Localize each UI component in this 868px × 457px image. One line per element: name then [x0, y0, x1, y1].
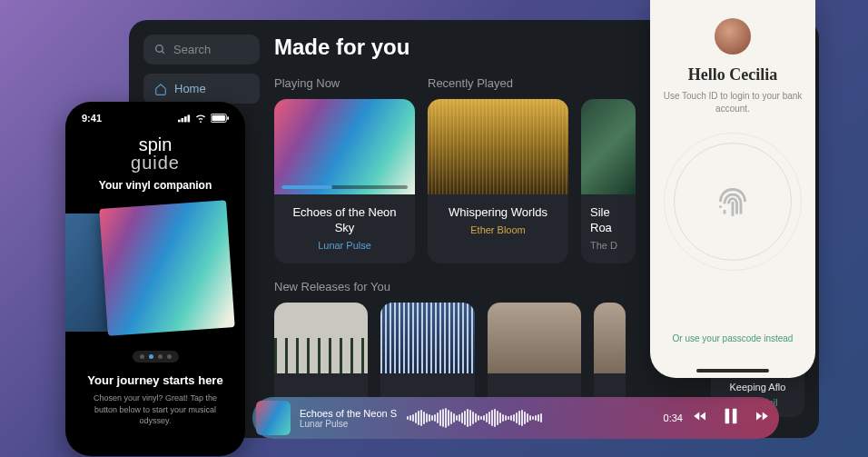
- album-art: [594, 303, 626, 373]
- forward-icon: [754, 408, 770, 424]
- search-placeholder: Search: [173, 43, 211, 56]
- track-title: Whispering Worlds: [437, 205, 559, 221]
- page-dots[interactable]: [133, 351, 179, 363]
- home-icon: [154, 83, 167, 95]
- prev-button[interactable]: [692, 408, 708, 428]
- rewind-icon: [692, 408, 708, 424]
- svg-rect-5: [182, 118, 184, 122]
- avatar[interactable]: [715, 18, 751, 55]
- track-title: Echoes of the Neon Sky: [283, 205, 406, 236]
- svg-rect-4: [178, 120, 181, 123]
- pause-icon: [721, 406, 741, 426]
- album-front: [99, 200, 234, 335]
- status-time: 9:41: [82, 113, 102, 124]
- card-playing-now[interactable]: Echoes of the Neon Sky Lunar Pulse: [274, 99, 415, 263]
- track-artist: The D: [590, 240, 626, 251]
- svg-rect-7: [188, 115, 191, 123]
- track-artist: Lunar Pulse: [283, 240, 406, 251]
- phone-spinguide: 9:41 spinguide Your vinyl companion Your…: [65, 102, 245, 456]
- fingerprint-icon: [708, 177, 757, 226]
- player-time: 0:34: [664, 412, 683, 423]
- brand-logo: spinguide: [76, 136, 234, 174]
- onboarding-subtitle: Chosen your vinyl? Great! Tap the button…: [76, 392, 234, 427]
- svg-rect-6: [184, 116, 187, 122]
- signal-icon: [178, 114, 191, 123]
- home-indicator[interactable]: [696, 369, 769, 373]
- search-input[interactable]: Search: [143, 35, 260, 65]
- onboarding-title: Your journey starts here: [76, 373, 234, 387]
- tagline: Your vinyl companion: [76, 179, 234, 192]
- phone-banking: Hello Cecilia Use Touch ID to login to y…: [650, 0, 815, 378]
- progress-bar[interactable]: [281, 185, 408, 189]
- now-playing-bar: Echoes of the Neon S Lunar Pulse 0:34: [252, 397, 779, 439]
- fingerprint-button[interactable]: [674, 143, 792, 261]
- player-track-artist: Lunar Pulse: [300, 419, 398, 429]
- nav-home[interactable]: Home: [143, 74, 260, 104]
- passcode-link[interactable]: Or use your passcode instead: [673, 333, 794, 343]
- svg-rect-2: [725, 409, 730, 424]
- search-icon: [154, 44, 166, 55]
- track-title: Sile: [590, 205, 626, 221]
- pause-button[interactable]: [721, 406, 741, 430]
- svg-rect-10: [227, 116, 229, 120]
- track-title-2: Roa: [590, 221, 626, 236]
- card-recent-1[interactable]: Whispering Worlds Ether Bloom: [428, 99, 568, 263]
- player-track-title: Echoes of the Neon S: [300, 408, 398, 419]
- album-art: [581, 99, 636, 194]
- svg-rect-9: [212, 115, 225, 121]
- album-art: [274, 303, 368, 373]
- next-button[interactable]: [754, 408, 770, 428]
- section-recently-played-label: Recently Played: [428, 76, 636, 90]
- section-playing-now-label: Playing Now: [274, 76, 415, 90]
- waveform-scrubber[interactable]: [407, 407, 655, 429]
- player-album-art[interactable]: [256, 401, 291, 435]
- svg-line-1: [162, 51, 164, 54]
- album-art: [428, 99, 568, 194]
- album-carousel[interactable]: [76, 204, 234, 345]
- track-artist: Ether Bloom: [437, 224, 559, 235]
- greeting: Hello Cecilia: [688, 65, 777, 84]
- card-recent-2[interactable]: Sile Roa The D: [581, 99, 636, 263]
- album-art: [380, 303, 474, 373]
- svg-point-0: [156, 45, 163, 53]
- album-art: [488, 303, 581, 373]
- track-title: Keeping Aflo: [716, 381, 799, 393]
- album-art: [274, 99, 415, 194]
- wifi-icon: [194, 114, 207, 123]
- battery-icon: [211, 114, 229, 123]
- svg-rect-3: [733, 409, 737, 424]
- status-indicators: [178, 113, 229, 124]
- nav-home-label: Home: [174, 82, 206, 95]
- touchid-instruction: Use Touch ID to login to your bank accou…: [663, 90, 803, 115]
